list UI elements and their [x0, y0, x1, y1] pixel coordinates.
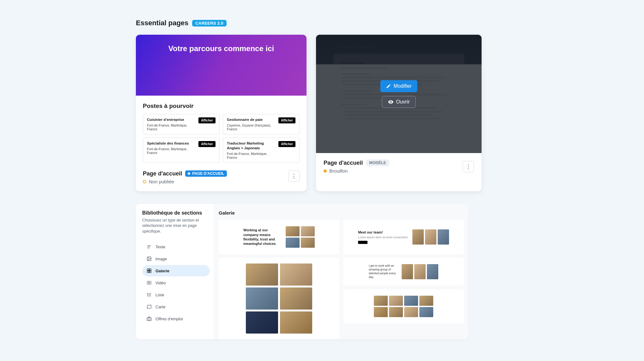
library-content-title: Galerie: [219, 210, 468, 216]
tile-text: Working at our company means flexibility…: [243, 228, 281, 246]
library-title: Bibliothèque de sections: [142, 210, 210, 216]
status-text: Brouillon: [329, 168, 348, 174]
text-icon: [147, 244, 152, 249]
page-title: Essential pages: [136, 19, 188, 27]
video-icon: [147, 280, 152, 285]
careers-badge: CAREERS 2.0: [192, 20, 227, 27]
homepage-badge: PAGE D'ACCUEIL: [185, 170, 227, 177]
svg-rect-5: [147, 269, 149, 270]
sidebar-item-video[interactable]: Vidéo: [142, 277, 210, 288]
svg-rect-6: [149, 269, 151, 270]
section-library-panel: Bibliothèque de sections Choisissez un t…: [136, 204, 468, 339]
job-card: Gestionnaire de paie Cayenne, Guyane (fr…: [223, 114, 300, 134]
sidebar-item-label: Vidéo: [155, 281, 166, 285]
briefcase-icon: [147, 316, 152, 321]
sidebar-item-label: Liste: [155, 293, 164, 297]
homepage-card[interactable]: Votre parcours commence ici Postes à pou…: [136, 35, 307, 191]
status-text: Non publiée: [149, 179, 174, 184]
job-location: Cayenne, Guyane (française), France: [227, 123, 276, 131]
sidebar-item-text[interactable]: Texte: [142, 241, 210, 252]
preview-area: Recruiter (Example) Job description: [316, 35, 482, 153]
sidebar-item-label: Image: [155, 257, 167, 261]
svg-point-16: [147, 296, 148, 296]
svg-point-15: [147, 295, 148, 295]
pencil-icon: [386, 84, 391, 89]
job-card: Spécialiste des finances Fort-de-France,…: [143, 138, 220, 163]
sidebar-item-jobs[interactable]: Offres d'emploi: [142, 313, 210, 324]
job-location: Fort-de-France, Martinique, France: [147, 123, 196, 131]
sidebar-item-gallery[interactable]: Galerie: [142, 265, 210, 276]
svg-point-4: [148, 258, 149, 258]
sidebar-item-label: Offres d'emploi: [155, 317, 183, 321]
job-show-button[interactable]: Afficher: [198, 141, 216, 147]
job-location: Fort-de-France, Martinique, France: [227, 152, 276, 159]
page-header: Essential pages CAREERS 2.0: [136, 19, 644, 27]
job-show-button[interactable]: Afficher: [278, 117, 295, 123]
hero-banner: Votre parcours commence ici: [136, 35, 307, 96]
job-card: Traducteur Marketing Anglais > Japonais …: [223, 138, 300, 163]
modify-button[interactable]: Modifier: [380, 80, 417, 92]
tile-text: Meet our team!: [358, 230, 396, 234]
status-dot-icon: [324, 169, 327, 173]
job-title: Gestionnaire de paie: [227, 117, 276, 122]
sidebar-item-map[interactable]: Carte: [142, 301, 210, 312]
jobs-title: Postes à pourvoir: [143, 103, 300, 109]
job-card: Cuisinier d'entreprise Fort-de-France, M…: [143, 114, 220, 134]
image-icon: [147, 256, 152, 261]
gallery-icon: [147, 268, 152, 273]
svg-marker-17: [147, 305, 151, 309]
svg-rect-7: [147, 271, 149, 273]
job-show-button[interactable]: Afficher: [198, 117, 216, 123]
job-show-button[interactable]: Afficher: [278, 141, 295, 147]
job-title: Cuisinier d'entreprise: [147, 117, 196, 122]
gallery-template-tile[interactable]: Working at our company means flexibility…: [219, 220, 339, 254]
card-title: Page d'accueil: [324, 160, 363, 166]
svg-rect-8: [149, 271, 151, 273]
card-title: Page d'accueil: [143, 170, 182, 177]
list-icon: [147, 292, 152, 297]
gallery-template-tile[interactable]: I get to work with an amazing group of t…: [343, 258, 464, 286]
sidebar-item-list[interactable]: Liste: [142, 289, 210, 300]
more-button[interactable]: ⋮: [463, 161, 474, 172]
svg-marker-10: [149, 282, 150, 283]
library-sidebar: Bibliothèque de sections Choisissez un t…: [136, 204, 214, 339]
job-location: Fort-de-France, Martinique, France: [147, 147, 196, 155]
open-button[interactable]: Ouvrir: [382, 96, 416, 108]
status-dot-icon: [143, 180, 146, 183]
more-button[interactable]: ⋮: [288, 170, 300, 182]
gallery-template-tile[interactable]: Meet our team! Lorem ipsum dolor sit ame…: [343, 220, 464, 254]
job-title: Traducteur Marketing Anglais > Japonais: [227, 141, 276, 151]
sidebar-item-label: Texte: [155, 245, 165, 249]
job-title: Spécialiste des finances: [147, 141, 196, 146]
home-icon: [187, 172, 191, 175]
tile-quote: I get to work with an amazing group of t…: [369, 264, 397, 279]
template-card[interactable]: Recruiter (Example) Job description: [316, 35, 482, 191]
hero-text: Votre parcours commence ici: [168, 44, 274, 53]
svg-point-14: [147, 293, 148, 294]
dots-vertical-icon: ⋮: [291, 173, 297, 180]
map-icon: [147, 304, 152, 309]
svg-rect-18: [147, 318, 151, 321]
sidebar-item-label: Galerie: [155, 269, 169, 273]
model-badge: MODÈLE: [366, 159, 389, 166]
sidebar-item-label: Carte: [155, 305, 166, 309]
library-content: Galerie Working at our company means fle…: [214, 204, 468, 339]
jobs-section: Postes à pourvoir Cuisinier d'entreprise…: [136, 96, 307, 165]
gallery-template-tile[interactable]: [343, 289, 464, 323]
eye-icon: [388, 99, 393, 105]
dots-vertical-icon: ⋮: [465, 163, 471, 170]
sidebar-item-image[interactable]: Image: [142, 253, 210, 264]
gallery-template-tile[interactable]: [219, 258, 339, 339]
library-description: Choisissez un type de section et sélecti…: [142, 218, 210, 234]
